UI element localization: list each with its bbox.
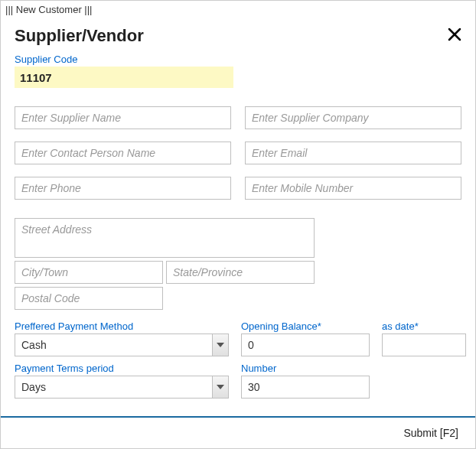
as-date-input[interactable] (382, 333, 466, 356)
footer: Submit [F2] (1, 416, 475, 448)
street-address-input[interactable] (15, 218, 315, 258)
state-input[interactable] (166, 261, 315, 284)
number-label: Number (241, 363, 370, 374)
page-title: Supplier/Vendor (15, 26, 144, 46)
chevron-down-icon (217, 385, 224, 389)
supplier-name-input[interactable] (15, 106, 231, 129)
supplier-company-input[interactable] (245, 106, 461, 129)
payment-method-label: Preffered Payment Method (15, 320, 229, 332)
chevron-down-icon (217, 343, 224, 347)
city-input[interactable] (15, 261, 163, 284)
email-input[interactable] (245, 142, 461, 164)
payment-method-select[interactable] (15, 333, 229, 356)
opening-balance-input[interactable] (241, 333, 370, 356)
supplier-code-label: Supplier Code (15, 54, 461, 65)
payment-terms-select[interactable] (15, 376, 229, 399)
opening-balance-label: Opening Balance* (241, 320, 370, 332)
number-input[interactable] (241, 376, 370, 399)
payment-terms-dropdown-button[interactable] (212, 376, 229, 399)
close-icon (448, 28, 461, 41)
supplier-code-input[interactable] (15, 67, 233, 88)
payment-method-dropdown-button[interactable] (212, 333, 229, 356)
phone-input[interactable] (15, 177, 231, 200)
contact-person-input[interactable] (15, 142, 231, 164)
as-date-label: as date* (382, 320, 466, 332)
payment-terms-label: Payment Terms period (15, 363, 229, 374)
mobile-input[interactable] (245, 177, 461, 200)
close-button[interactable] (448, 28, 461, 44)
window-title: ||| New Customer ||| (1, 1, 475, 18)
postal-code-input[interactable] (15, 287, 163, 310)
submit-button[interactable]: Submit [F2] (403, 427, 458, 439)
